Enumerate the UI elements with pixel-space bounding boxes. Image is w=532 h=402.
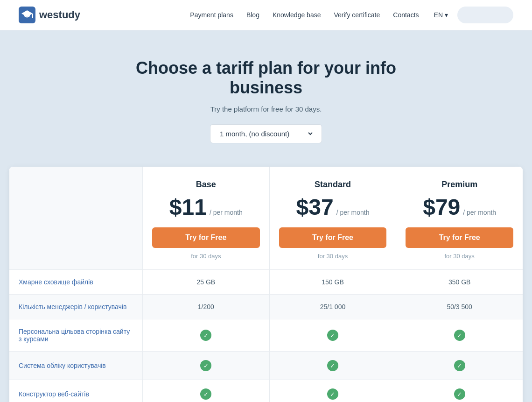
table-row: Хмарне сховище файлів25 GB150 GB350 GB bbox=[9, 269, 523, 294]
table-row: Кількість менеджерів / користувачів1/200… bbox=[9, 294, 523, 319]
check-icon: ✓ bbox=[327, 330, 338, 341]
nav-payment-plans[interactable]: Payment plans bbox=[190, 11, 233, 19]
feature-value: 50/3 500 bbox=[396, 295, 523, 319]
check-icon: ✓ bbox=[454, 388, 465, 400]
feature-value: ✓ bbox=[396, 319, 523, 351]
feature-label: Система обліку користувачів bbox=[9, 352, 142, 380]
nav-blog[interactable]: Blog bbox=[246, 11, 259, 19]
plan-standard-period: / per month bbox=[336, 209, 370, 216]
feature-label: Персональна цільова сторінка сайту з кур… bbox=[9, 319, 142, 351]
logo-icon bbox=[19, 7, 35, 23]
check-icon: ✓ bbox=[200, 388, 211, 400]
feature-value: 350 GB bbox=[396, 270, 523, 294]
plan-premium-name: Premium bbox=[406, 180, 513, 190]
plan-base: Base $11 / per month Try for Free for 30… bbox=[142, 167, 269, 269]
nav-verify-certificate[interactable]: Verify certificate bbox=[334, 11, 380, 19]
feature-value: 25/1 000 bbox=[269, 295, 396, 319]
table-header: Base $11 / per month Try for Free for 30… bbox=[9, 167, 523, 269]
plan-standard-name: Standard bbox=[279, 180, 387, 190]
table-row: Конструктор веб-сайтів✓✓✓ bbox=[9, 380, 523, 402]
feature-value: ✓ bbox=[142, 352, 269, 380]
plan-standard-price: $37 / per month bbox=[279, 194, 387, 220]
check-icon: ✓ bbox=[200, 360, 211, 371]
table-row: Система обліку користувачів✓✓✓ bbox=[9, 351, 523, 380]
chevron-down-icon: ▾ bbox=[445, 11, 448, 19]
pricing-section: Base $11 / per month Try for Free for 30… bbox=[0, 167, 532, 402]
check-icon: ✓ bbox=[327, 388, 338, 400]
feature-column-header bbox=[9, 167, 142, 269]
plan-premium: Premium $79 / per month Try for Free for… bbox=[396, 167, 523, 269]
try-free-base-button[interactable]: Try for Free bbox=[152, 227, 260, 248]
plan-standard-trial-note: for 30 days bbox=[318, 253, 348, 260]
feature-value: ✓ bbox=[396, 352, 523, 380]
plan-base-trial-note: for 30 days bbox=[191, 253, 221, 260]
feature-value: ✓ bbox=[396, 380, 523, 402]
hero-subtitle: Try the platform for free for 30 days. bbox=[9, 105, 523, 113]
feature-value: ✓ bbox=[142, 380, 269, 402]
try-free-standard-button[interactable]: Try for Free bbox=[279, 227, 387, 248]
svg-rect-2 bbox=[32, 14, 33, 18]
plan-premium-trial-note: for 30 days bbox=[444, 253, 474, 260]
plan-base-period: / per month bbox=[210, 209, 243, 216]
plan-base-price: $11 / per month bbox=[152, 194, 260, 220]
plan-standard: Standard $37 / per month Try for Free fo… bbox=[269, 167, 396, 269]
plan-standard-amount: $37 bbox=[296, 194, 334, 220]
feature-value: ✓ bbox=[269, 380, 396, 402]
table-row: Персональна цільова сторінка сайту з кур… bbox=[9, 319, 523, 351]
feature-value: ✓ bbox=[269, 319, 396, 351]
feature-value: 150 GB bbox=[269, 270, 396, 294]
language-selector[interactable]: EN ▾ bbox=[434, 11, 448, 19]
logo[interactable]: westudy bbox=[19, 7, 80, 23]
logo-text: westudy bbox=[39, 9, 80, 21]
hero-section: Choose a tariff plan for your info busin… bbox=[0, 30, 532, 167]
check-icon: ✓ bbox=[454, 360, 465, 371]
feature-label: Хмарне сховище файлів bbox=[9, 270, 142, 294]
plan-premium-amount: $79 bbox=[423, 194, 460, 220]
feature-value: 25 GB bbox=[142, 270, 269, 294]
try-free-premium-button[interactable]: Try for Free bbox=[406, 227, 513, 248]
plan-premium-period: / per month bbox=[463, 209, 496, 216]
feature-value: ✓ bbox=[142, 319, 269, 351]
feature-value: ✓ bbox=[269, 352, 396, 380]
check-icon: ✓ bbox=[454, 330, 465, 341]
navbar: westudy Payment plans Blog Knowledge bas… bbox=[0, 0, 532, 30]
check-icon: ✓ bbox=[327, 360, 338, 371]
feature-value: 1/200 bbox=[142, 295, 269, 319]
nav-links: Payment plans Blog Knowledge base Verify… bbox=[190, 11, 419, 19]
period-dropdown[interactable]: 1 month, (no discount) bbox=[218, 129, 314, 138]
page-title: Choose a tariff plan for your info busin… bbox=[103, 58, 429, 98]
period-selector[interactable]: 1 month, (no discount) bbox=[210, 124, 322, 143]
login-button[interactable] bbox=[457, 7, 513, 23]
plan-base-amount: $11 bbox=[169, 194, 207, 220]
plan-base-name: Base bbox=[152, 180, 260, 190]
feature-label: Конструктор веб-сайтів bbox=[9, 380, 142, 402]
pricing-table: Base $11 / per month Try for Free for 30… bbox=[9, 167, 523, 402]
nav-contacts[interactable]: Contacts bbox=[393, 11, 419, 19]
feature-label: Кількість менеджерів / користувачів bbox=[9, 295, 142, 319]
nav-knowledge-base[interactable]: Knowledge base bbox=[273, 11, 321, 19]
feature-rows: Хмарне сховище файлів25 GB150 GB350 GBКі… bbox=[9, 269, 523, 402]
language-label: EN bbox=[434, 11, 443, 19]
check-icon: ✓ bbox=[200, 330, 211, 341]
plan-premium-price: $79 / per month bbox=[406, 194, 513, 220]
